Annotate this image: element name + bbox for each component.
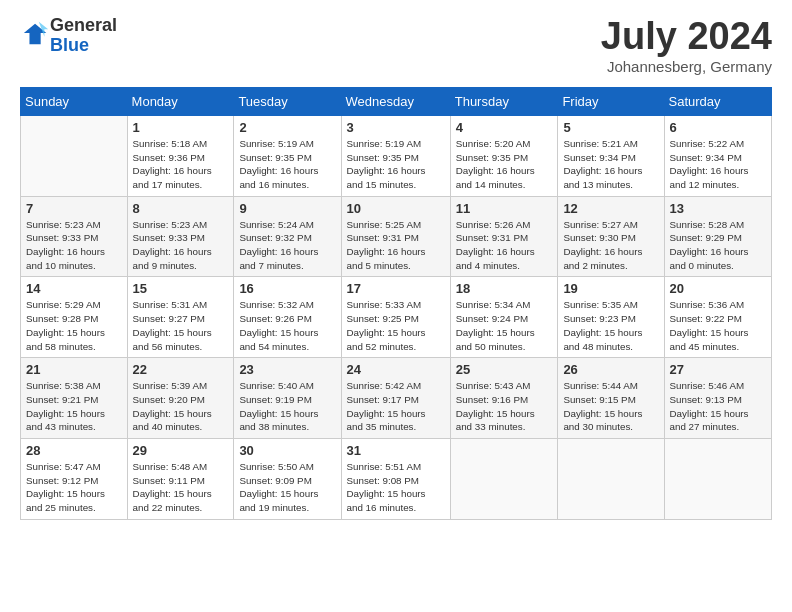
calendar-week-row: 21Sunrise: 5:38 AM Sunset: 9:21 PM Dayli… (21, 358, 772, 439)
calendar-cell: 11Sunrise: 5:26 AM Sunset: 9:31 PM Dayli… (450, 196, 558, 277)
day-number: 7 (26, 201, 122, 216)
day-number: 17 (347, 281, 445, 296)
logo-icon (22, 20, 50, 48)
day-info: Sunrise: 5:38 AM Sunset: 9:21 PM Dayligh… (26, 379, 122, 434)
calendar-table: SundayMondayTuesdayWednesdayThursdayFrid… (20, 87, 772, 520)
calendar-header-row: SundayMondayTuesdayWednesdayThursdayFrid… (21, 87, 772, 115)
col-header-thursday: Thursday (450, 87, 558, 115)
day-info: Sunrise: 5:46 AM Sunset: 9:13 PM Dayligh… (670, 379, 766, 434)
day-number: 10 (347, 201, 445, 216)
calendar-cell: 9Sunrise: 5:24 AM Sunset: 9:32 PM Daylig… (234, 196, 341, 277)
day-info: Sunrise: 5:23 AM Sunset: 9:33 PM Dayligh… (26, 218, 122, 273)
calendar-cell: 15Sunrise: 5:31 AM Sunset: 9:27 PM Dayli… (127, 277, 234, 358)
calendar-cell (450, 439, 558, 520)
day-number: 29 (133, 443, 229, 458)
calendar-cell: 12Sunrise: 5:27 AM Sunset: 9:30 PM Dayli… (558, 196, 664, 277)
header: General Blue July 2024 Johannesberg, Ger… (20, 16, 772, 75)
day-number: 25 (456, 362, 553, 377)
day-number: 24 (347, 362, 445, 377)
location: Johannesberg, Germany (601, 58, 772, 75)
calendar-week-row: 1Sunrise: 5:18 AM Sunset: 9:36 PM Daylig… (21, 115, 772, 196)
day-number: 12 (563, 201, 658, 216)
calendar-cell: 18Sunrise: 5:34 AM Sunset: 9:24 PM Dayli… (450, 277, 558, 358)
logo-general-text: General (50, 15, 117, 35)
calendar-cell: 3Sunrise: 5:19 AM Sunset: 9:35 PM Daylig… (341, 115, 450, 196)
day-info: Sunrise: 5:21 AM Sunset: 9:34 PM Dayligh… (563, 137, 658, 192)
day-info: Sunrise: 5:44 AM Sunset: 9:15 PM Dayligh… (563, 379, 658, 434)
calendar-cell: 26Sunrise: 5:44 AM Sunset: 9:15 PM Dayli… (558, 358, 664, 439)
day-number: 30 (239, 443, 335, 458)
day-number: 18 (456, 281, 553, 296)
col-header-tuesday: Tuesday (234, 87, 341, 115)
day-number: 2 (239, 120, 335, 135)
day-number: 8 (133, 201, 229, 216)
calendar-week-row: 7Sunrise: 5:23 AM Sunset: 9:33 PM Daylig… (21, 196, 772, 277)
calendar-cell: 22Sunrise: 5:39 AM Sunset: 9:20 PM Dayli… (127, 358, 234, 439)
day-number: 27 (670, 362, 766, 377)
day-number: 13 (670, 201, 766, 216)
calendar-cell: 20Sunrise: 5:36 AM Sunset: 9:22 PM Dayli… (664, 277, 771, 358)
day-info: Sunrise: 5:23 AM Sunset: 9:33 PM Dayligh… (133, 218, 229, 273)
calendar-cell: 25Sunrise: 5:43 AM Sunset: 9:16 PM Dayli… (450, 358, 558, 439)
calendar-cell: 7Sunrise: 5:23 AM Sunset: 9:33 PM Daylig… (21, 196, 128, 277)
logo: General Blue (20, 16, 117, 56)
day-info: Sunrise: 5:31 AM Sunset: 9:27 PM Dayligh… (133, 298, 229, 353)
day-number: 14 (26, 281, 122, 296)
day-number: 26 (563, 362, 658, 377)
day-number: 28 (26, 443, 122, 458)
day-info: Sunrise: 5:19 AM Sunset: 9:35 PM Dayligh… (239, 137, 335, 192)
calendar-cell: 29Sunrise: 5:48 AM Sunset: 9:11 PM Dayli… (127, 439, 234, 520)
day-info: Sunrise: 5:50 AM Sunset: 9:09 PM Dayligh… (239, 460, 335, 515)
day-info: Sunrise: 5:22 AM Sunset: 9:34 PM Dayligh… (670, 137, 766, 192)
day-number: 19 (563, 281, 658, 296)
calendar-cell: 16Sunrise: 5:32 AM Sunset: 9:26 PM Dayli… (234, 277, 341, 358)
day-info: Sunrise: 5:25 AM Sunset: 9:31 PM Dayligh… (347, 218, 445, 273)
day-info: Sunrise: 5:19 AM Sunset: 9:35 PM Dayligh… (347, 137, 445, 192)
day-info: Sunrise: 5:34 AM Sunset: 9:24 PM Dayligh… (456, 298, 553, 353)
day-number: 20 (670, 281, 766, 296)
calendar-cell: 21Sunrise: 5:38 AM Sunset: 9:21 PM Dayli… (21, 358, 128, 439)
col-header-sunday: Sunday (21, 87, 128, 115)
day-number: 4 (456, 120, 553, 135)
calendar-cell: 5Sunrise: 5:21 AM Sunset: 9:34 PM Daylig… (558, 115, 664, 196)
calendar-cell: 17Sunrise: 5:33 AM Sunset: 9:25 PM Dayli… (341, 277, 450, 358)
page: General Blue July 2024 Johannesberg, Ger… (0, 0, 792, 612)
day-number: 11 (456, 201, 553, 216)
day-info: Sunrise: 5:40 AM Sunset: 9:19 PM Dayligh… (239, 379, 335, 434)
day-info: Sunrise: 5:48 AM Sunset: 9:11 PM Dayligh… (133, 460, 229, 515)
calendar-cell (664, 439, 771, 520)
day-info: Sunrise: 5:24 AM Sunset: 9:32 PM Dayligh… (239, 218, 335, 273)
day-number: 3 (347, 120, 445, 135)
calendar-cell: 23Sunrise: 5:40 AM Sunset: 9:19 PM Dayli… (234, 358, 341, 439)
day-number: 31 (347, 443, 445, 458)
calendar-cell: 1Sunrise: 5:18 AM Sunset: 9:36 PM Daylig… (127, 115, 234, 196)
day-info: Sunrise: 5:33 AM Sunset: 9:25 PM Dayligh… (347, 298, 445, 353)
day-number: 21 (26, 362, 122, 377)
calendar-cell: 2Sunrise: 5:19 AM Sunset: 9:35 PM Daylig… (234, 115, 341, 196)
day-number: 15 (133, 281, 229, 296)
day-info: Sunrise: 5:39 AM Sunset: 9:20 PM Dayligh… (133, 379, 229, 434)
day-info: Sunrise: 5:28 AM Sunset: 9:29 PM Dayligh… (670, 218, 766, 273)
day-info: Sunrise: 5:20 AM Sunset: 9:35 PM Dayligh… (456, 137, 553, 192)
calendar-cell: 10Sunrise: 5:25 AM Sunset: 9:31 PM Dayli… (341, 196, 450, 277)
calendar-cell: 24Sunrise: 5:42 AM Sunset: 9:17 PM Dayli… (341, 358, 450, 439)
day-info: Sunrise: 5:42 AM Sunset: 9:17 PM Dayligh… (347, 379, 445, 434)
title-block: July 2024 Johannesberg, Germany (601, 16, 772, 75)
calendar-cell: 31Sunrise: 5:51 AM Sunset: 9:08 PM Dayli… (341, 439, 450, 520)
col-header-friday: Friday (558, 87, 664, 115)
day-info: Sunrise: 5:47 AM Sunset: 9:12 PM Dayligh… (26, 460, 122, 515)
calendar-week-row: 14Sunrise: 5:29 AM Sunset: 9:28 PM Dayli… (21, 277, 772, 358)
day-number: 5 (563, 120, 658, 135)
day-number: 6 (670, 120, 766, 135)
calendar-cell: 30Sunrise: 5:50 AM Sunset: 9:09 PM Dayli… (234, 439, 341, 520)
calendar-cell: 4Sunrise: 5:20 AM Sunset: 9:35 PM Daylig… (450, 115, 558, 196)
day-info: Sunrise: 5:32 AM Sunset: 9:26 PM Dayligh… (239, 298, 335, 353)
day-info: Sunrise: 5:51 AM Sunset: 9:08 PM Dayligh… (347, 460, 445, 515)
logo-blue-text: Blue (50, 35, 89, 55)
col-header-saturday: Saturday (664, 87, 771, 115)
day-info: Sunrise: 5:43 AM Sunset: 9:16 PM Dayligh… (456, 379, 553, 434)
calendar-cell (21, 115, 128, 196)
calendar-cell: 6Sunrise: 5:22 AM Sunset: 9:34 PM Daylig… (664, 115, 771, 196)
day-number: 9 (239, 201, 335, 216)
day-number: 23 (239, 362, 335, 377)
